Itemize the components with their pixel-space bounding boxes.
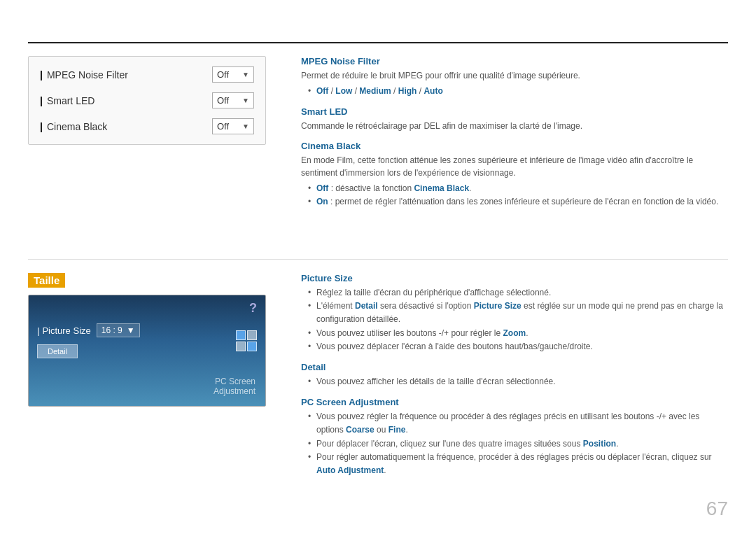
mpeg-noise-filter-row: MPEG Noise Filter Off ▼ [40, 66, 254, 83]
mpeg-text: Permet de réduire le bruit MPEG pour off… [301, 69, 728, 82]
question-mark-icon: ? [249, 301, 257, 316]
mid-divider [28, 259, 728, 260]
picture-size-select[interactable]: 16 : 9 ▼ [97, 323, 140, 337]
grid-cell-1 [236, 330, 246, 340]
top-settings-panel: MPEG Noise Filter Off ▼ Smart LED Off ▼ … [28, 56, 266, 145]
picture-size-bullet-3: Vous pouvez utiliser les boutons -/+ pou… [308, 327, 728, 340]
bottom-right-panel: Picture Size Réglez la taille d'écran du… [301, 273, 728, 480]
mpeg-select[interactable]: Off ▼ [212, 66, 254, 83]
pc-screen-heading: PC Screen Adjustment [301, 397, 728, 407]
smart-led-row: Smart LED Off ▼ [40, 92, 254, 108]
cinema-black-bullet-1: Off : désactive la fonction Cinema Black… [308, 182, 728, 195]
cinema-black-select[interactable]: Off ▼ [212, 118, 254, 134]
picture-size-bullet-1: Réglez la taille d'écran du périphérique… [308, 286, 728, 300]
pc-screen-bullets: Vous pouvez régler la fréquence ou procé… [308, 410, 728, 477]
mpeg-heading: MPEG Noise Filter [301, 56, 728, 66]
cinema-black-label: Cinema Black [40, 121, 107, 132]
picture-size-value: 16 : 9 [102, 325, 122, 335]
picture-size-row: Picture Size 16 : 9 ▼ [37, 323, 257, 337]
taille-label: Taille [28, 273, 65, 288]
cinema-black-bullet-2: On : permet de régler l'atténuation dans… [308, 195, 728, 209]
mpeg-label: MPEG Noise Filter [40, 69, 128, 80]
picture-size-heading: Picture Size [301, 273, 728, 283]
picture-size-label: Picture Size [37, 325, 91, 336]
taille-box: ? Picture Size 16 : 9 ▼ Detail PC Screen… [28, 295, 266, 407]
page-number: 67 [706, 498, 728, 520]
detail-heading: Detail [301, 362, 728, 372]
detail-button[interactable]: Detail [37, 344, 78, 358]
cinema-black-text: En mode Film, cette fonction atténue les… [301, 154, 728, 179]
pc-screen-bullet-1: Vous pouvez régler la fréquence ou procé… [308, 410, 728, 437]
grid-icon [236, 330, 257, 351]
picture-size-bullets: Réglez la taille d'écran du périphérique… [308, 286, 728, 353]
smart-led-select[interactable]: Off ▼ [212, 92, 254, 108]
pc-screen-bullet-2: Pour déplacer l'écran, cliquez sur l'une… [308, 437, 728, 451]
cinema-black-bullets: Off : désactive la fonction Cinema Black… [308, 182, 728, 209]
smart-led-heading: Smart LED [301, 106, 728, 117]
mpeg-arrow-icon: ▼ [242, 71, 249, 78]
cinema-black-row: Cinema Black Off ▼ [40, 118, 254, 134]
grid-cell-3 [236, 342, 246, 351]
grid-cell-4 [247, 342, 257, 351]
settings-box: MPEG Noise Filter Off ▼ Smart LED Off ▼ … [28, 56, 266, 145]
mpeg-bullets: Off / Low / Medium / High / Auto [308, 85, 728, 98]
bottom-left-panel: Taille ? Picture Size 16 : 9 ▼ Detail PC… [28, 273, 266, 407]
smart-led-label: Smart LED [40, 95, 94, 106]
picture-size-bullet-2: L'élément Detail sera désactivé si l'opt… [308, 300, 728, 326]
detail-bullets: Vous pouvez afficher les détails de la t… [308, 375, 728, 388]
mpeg-bullet-1: Off / Low / Medium / High / Auto [308, 85, 728, 98]
smart-led-select-box[interactable]: Off ▼ [212, 92, 254, 108]
picture-size-bullet-4: Vous pouvez déplacer l'écran à l'aide de… [308, 340, 728, 353]
cinema-black-select-box[interactable]: Off ▼ [212, 118, 254, 134]
top-divider [28, 42, 728, 43]
mpeg-select-box[interactable]: Off ▼ [212, 66, 254, 83]
top-description-panel: MPEG Noise Filter Permet de réduire le b… [301, 56, 728, 212]
pc-screen-text: PC ScreenAdjustment [214, 377, 255, 396]
smart-led-arrow-icon: ▼ [242, 97, 249, 104]
picture-size-arrow-icon: ▼ [127, 325, 135, 335]
cinema-black-heading: Cinema Black [301, 141, 728, 151]
cinema-black-arrow-icon: ▼ [242, 122, 249, 130]
pc-screen-bullet-3: Pour régler automatiquement la fréquence… [308, 451, 728, 477]
smart-led-text: Commande le rétroéclairage par DEL afin … [301, 120, 728, 132]
grid-cell-2 [247, 330, 257, 340]
detail-bullet-1: Vous pouvez afficher les détails de la t… [308, 375, 728, 388]
